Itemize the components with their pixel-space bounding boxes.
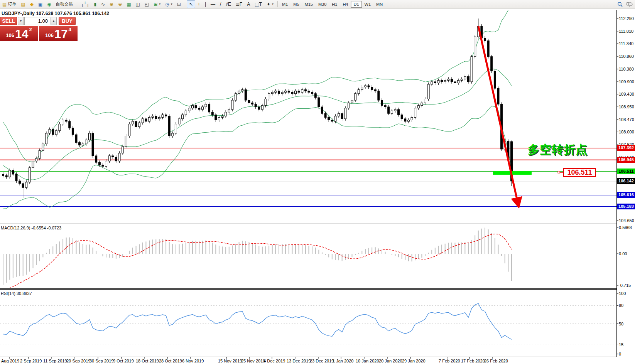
timeframe-mn[interactable]: MN [373,1,385,8]
price-level-badge: 107.392 [617,145,635,151]
buy-price-sup: 4 [68,26,71,32]
macd-axis-tick: -0.715 [619,283,631,288]
trendline-icon[interactable]: / [218,0,223,8]
buy-price-big: 17 [54,29,68,40]
rsi-label: RSI(14) 30.8837 [1,291,32,296]
date-axis-label: 9 Oct 2019 [113,359,134,363]
timeframe-m1[interactable]: M1 [279,1,290,8]
chart-title: USDJPY-,Daily 107.638 107.676 105.961 10… [2,11,109,16]
price-axis-tick: 104.650 [619,218,634,223]
text-icon[interactable]: A [245,0,252,8]
date-axis-label: 13 Dec 2019 [287,359,311,363]
sell-price-prefix: 106 [6,32,14,40]
price-axis-tick: 111.810 [619,29,633,34]
sell-price-big: 14 [15,29,28,40]
terminal-icon[interactable]: ▣ [36,0,45,8]
date-axis-label: 15 Nov 2019 [218,359,242,363]
date-axis-label: 20 Jan 2020 [379,359,402,363]
buy-button[interactable]: BUY [59,17,76,25]
zoom-in-icon[interactable]: ⊕ [107,0,116,8]
bottom-frame-line [0,357,616,357]
crosshair-icon[interactable]: + [195,0,203,8]
horizontal-line-icon[interactable]: — [208,0,218,8]
sell-button[interactable]: SELL [0,17,17,25]
main-toolbar: ▤ 订单 ▤◆▣◉ 自动交易 ╷╵╷▮∿⊕⊖▦◫◰⊞▾◷▾⊡ ↖+|—/⫽E≣F… [0,0,635,8]
date-axis-label: 25 Nov 2019 [241,359,265,363]
period-clock-icon[interactable]: ◷▾ [163,0,175,8]
macd-signal-line [3,234,512,290]
date-axis-label: 4 Dec 2019 [263,359,285,363]
macd-axis-tick: 0.5968 [619,225,632,230]
macd-panel-separator[interactable] [0,223,616,224]
rsi-axis-tick: 50 [619,322,623,326]
chat-icon[interactable] [626,2,633,7]
line-chart-icon[interactable]: ∿ [99,0,107,8]
price-level-badge: 106.945 [617,157,635,163]
candlestick-icon[interactable]: ▮ [91,0,99,8]
price-axis-tick: 110.380 [619,67,634,71]
date-axis-label: 17 Feb 2020 [461,359,485,363]
signal-icon[interactable]: ◉ [45,0,53,8]
timeframe-d1[interactable]: D1 [351,1,361,8]
price-axis-tick: 109.430 [619,92,634,96]
down-trend-arrow[interactable] [478,26,518,206]
tile-windows-icon[interactable]: ▦ [124,0,133,8]
price-axis-tick: 108.470 [619,117,634,122]
timeframe-h4[interactable]: H4 [340,1,351,8]
chart-shift-icon[interactable]: ⊡ [175,0,183,8]
date-axis-label: 20 Sep 2019 [66,359,90,363]
gold-box-icon[interactable]: ◆ [28,0,36,8]
date-axis-label: 2 Sep 2019 [20,359,42,363]
date-axis-label: 29 Jan 2020 [402,359,426,363]
zoom-out-icon[interactable]: ⊖ [116,0,124,8]
price-level-badge: 105.616 [617,192,635,198]
date-axis-label: 18 Oct 2019 [136,359,159,363]
shapes-icon[interactable]: ✦▾ [264,0,276,8]
cursor-icon[interactable]: ↖ [187,0,195,8]
macd-axis-tick: 0.00 [619,251,627,256]
price-axis-tick: 108.950 [619,104,634,109]
timeframe-m15[interactable]: M15 [302,1,316,8]
arrange-right-icon[interactable]: ◰ [142,0,151,8]
timeframe-m30[interactable]: M30 [316,1,329,8]
rsi-line [3,303,512,339]
rsi-axis-tick: 100 [619,291,626,296]
price-callout-box[interactable]: 106.511 [563,168,596,177]
autotrading-label: 自动交易 [56,1,73,7]
date-axis-label: 26 Feb 2020 [484,359,508,363]
order-doc-icon[interactable]: ▤ [19,0,27,8]
price-axis-tick: 108.000 [619,130,634,134]
sell-price-sup: 2 [29,26,32,32]
volume-decrease-button[interactable]: ▼ [18,17,24,25]
price-level-badge: 106.142 [617,178,635,184]
label-icon[interactable]: ⬚T [252,0,264,8]
vertical-line-icon[interactable]: | [203,0,208,8]
macd-label: MACD(12,26,9) -0.6554 -0.0723 [1,226,61,230]
rsi-axis-tick: 80 [619,303,623,308]
autotrading-button[interactable]: 自动交易 [54,0,75,8]
search-icon[interactable] [617,2,623,7]
price-axis-tick: 112.290 [619,16,634,21]
date-axis-label: 23 Dec 2019 [310,359,334,363]
channel-icon[interactable]: ⫽E [223,0,233,8]
toolbar-separator [77,1,77,7]
sell-price-panel[interactable]: 106 14 2 [0,26,38,41]
order-button[interactable]: ▤ 订单 [0,0,19,8]
price-axis-tick: 109.900 [619,79,634,84]
new-chart-icon[interactable]: ⊞▾ [151,0,163,8]
buy-price-panel[interactable]: 106 17 4 [39,26,78,41]
date-axis-label: 11 Sep 2019 [43,359,67,363]
volume-input[interactable] [24,17,50,25]
timeframe-h1[interactable]: H1 [329,1,340,8]
arrange-left-icon[interactable]: ◫ [133,0,142,8]
rsi-axis-tick: 15 [619,342,623,347]
bar-chart-icon[interactable]: ╷╵╷ [79,0,92,8]
date-axis-label: 6 Nov 2019 [182,359,204,363]
price-level-badge: 105.183 [617,204,635,209]
rsi-panel-separator[interactable] [0,288,616,290]
volume-increase-button[interactable]: ▲ [51,17,57,25]
timeframe-w1[interactable]: W1 [362,1,374,8]
timeframe-m5[interactable]: M5 [290,1,302,8]
fibonacci-icon[interactable]: ≣F [233,0,245,8]
rsi-axis-tick: 0 [619,352,621,356]
